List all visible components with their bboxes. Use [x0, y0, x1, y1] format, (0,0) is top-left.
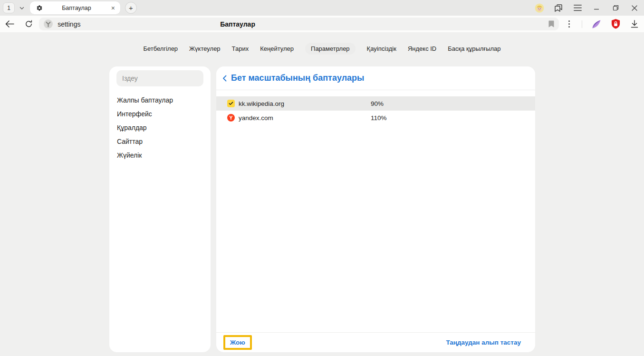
toolbar: settings Баптаулар: [0, 16, 644, 32]
tab-close-button[interactable]: ×: [110, 5, 116, 11]
page-title: Бет масштабының баптаулары: [231, 73, 364, 83]
page-zoom-panel: Бет масштабының баптаулары kk.wikipedia.…: [216, 66, 535, 352]
search-input[interactable]: [116, 70, 203, 86]
browser-window: 1 Баптаулар × +: [0, 0, 644, 356]
table-row[interactable]: kk.wikipedia.org 90%: [216, 96, 535, 111]
downloads-button[interactable]: [625, 16, 644, 32]
tab-title: Баптаулар: [43, 5, 110, 11]
reload-button[interactable]: [20, 16, 38, 32]
browser-tab[interactable]: Баптаулар ×: [30, 1, 120, 14]
browser-menu-button[interactable]: [568, 0, 587, 16]
delete-button[interactable]: Жою: [223, 335, 252, 350]
tabstrip-right-controls: [530, 0, 644, 16]
back-arrow-icon: [5, 20, 14, 28]
restore-icon: [613, 5, 619, 11]
nav-tab-downloads[interactable]: Жүктеулер: [189, 43, 221, 55]
sidebar-item-tools[interactable]: Құралдар: [109, 121, 211, 134]
settings-gear-icon: [36, 5, 43, 11]
nav-tab-extensions[interactable]: Кеңейтулер: [260, 43, 294, 55]
settings-sidebar: Жалпы баптаулар Интерфейс Құралдар Сайтт…: [109, 66, 211, 352]
toolbar-divider: [582, 20, 582, 28]
yandex-logo-icon: [44, 19, 53, 28]
zoom-value: 110%: [371, 114, 387, 122]
chevron-down-icon: [19, 5, 25, 11]
zoom-value: 90%: [371, 100, 384, 107]
shield-lock-icon: [611, 19, 621, 29]
collections-icon: [554, 4, 563, 12]
settings-page: Бетбелгілер Жүктеулер Тарих Кеңейтулер П…: [0, 32, 644, 356]
close-icon: [632, 5, 637, 11]
restore-button[interactable]: [606, 0, 625, 16]
clear-selection-link[interactable]: Таңдаудан алып тастау: [446, 339, 521, 346]
sidebar-item-sites[interactable]: Сайттар: [109, 134, 211, 148]
zoom-sites-table: kk.wikipedia.org 90% Y yandex.com 110%: [216, 96, 535, 125]
nav-tab-other-devices[interactable]: Басқа құрылғылар: [448, 43, 500, 55]
tabs-panel-button[interactable]: [549, 0, 568, 16]
back-chevron-icon: [222, 75, 227, 82]
minimize-button[interactable]: [587, 0, 606, 16]
toolbar-right-controls: [562, 16, 644, 32]
panel-header[interactable]: Бет масштабының баптаулары: [216, 66, 535, 90]
panel-spacer: [216, 125, 535, 332]
profile-avatar[interactable]: [530, 0, 549, 16]
sidebar-list: Жалпы баптаулар Интерфейс Құралдар Сайтт…: [109, 93, 211, 162]
site-name: kk.wikipedia.org: [239, 100, 371, 107]
nav-tab-bookmarks[interactable]: Бетбелгілер: [143, 43, 178, 55]
bookmark-button[interactable]: [548, 20, 554, 28]
settings-nav: Бетбелгілер Жүктеулер Тарих Кеңейтулер П…: [0, 43, 644, 55]
tab-strip: 1 Баптаулар × +: [0, 0, 644, 16]
new-tab-button[interactable]: +: [125, 2, 137, 14]
omnibox-page-title: Баптаулар: [220, 18, 255, 30]
bookmark-icon: [548, 20, 554, 28]
close-window-button[interactable]: [625, 0, 644, 16]
kebab-menu-button[interactable]: [562, 16, 576, 32]
nav-tab-settings[interactable]: Параметрлер: [305, 43, 356, 55]
url-text: settings: [58, 20, 80, 28]
kebab-icon: [568, 20, 570, 28]
table-row[interactable]: Y yandex.com 110%: [216, 111, 535, 125]
back-button[interactable]: [0, 16, 20, 32]
checkbox-checked[interactable]: [227, 100, 235, 107]
sidebar-item-system[interactable]: Жүйелік: [109, 148, 211, 162]
sidebar-item-interface[interactable]: Интерфейс: [109, 107, 211, 121]
minimize-icon: [594, 5, 599, 11]
feather-extension-button[interactable]: [587, 16, 606, 32]
nav-tab-security[interactable]: Қауіпсіздік: [367, 43, 396, 55]
download-icon: [631, 20, 638, 28]
nav-tab-history[interactable]: Тарих: [232, 43, 249, 55]
nav-tab-yandex-id[interactable]: Яндекс ID: [408, 43, 436, 55]
protect-button[interactable]: [606, 16, 625, 32]
hamburger-icon: [574, 5, 582, 11]
tabs-dropdown-button[interactable]: [18, 4, 26, 12]
yandex-favicon-icon: Y: [227, 114, 235, 122]
site-name: yandex.com: [239, 114, 371, 122]
omnibox[interactable]: settings Баптаулар: [39, 18, 559, 30]
avatar-icon: [535, 3, 544, 13]
reload-icon: [25, 20, 33, 28]
panel-footer: Жою Таңдаудан алып тастау: [216, 332, 535, 352]
sidebar-item-general[interactable]: Жалпы баптаулар: [109, 93, 211, 107]
feather-icon: [591, 19, 602, 29]
checkmark-icon: [229, 102, 233, 105]
tab-counter-badge[interactable]: 1: [3, 2, 15, 13]
